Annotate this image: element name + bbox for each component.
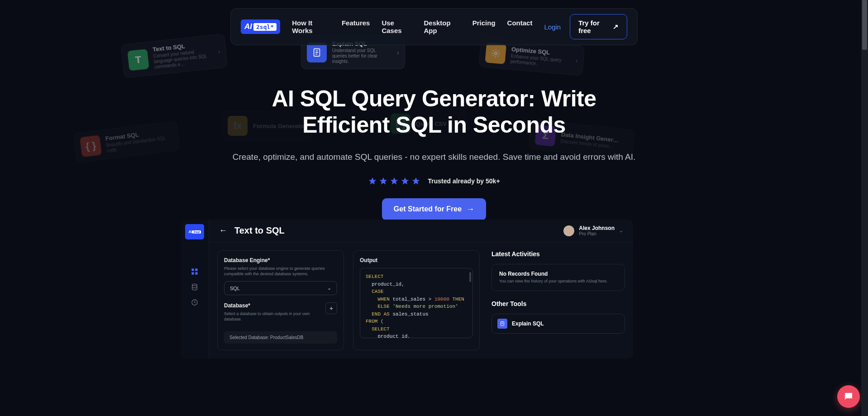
nav-features[interactable]: Features [342, 19, 370, 34]
nav-contact[interactable]: Contact [507, 19, 533, 34]
tool-label: Explain SQL [512, 320, 544, 327]
letter-t-icon: T [127, 49, 149, 71]
svg-rect-4 [191, 272, 194, 274]
panel-input: Database Engine* Please select your data… [217, 250, 344, 350]
panel-right: Latest Activities No Records Found You c… [489, 250, 625, 350]
selected-database: Selected Database: ProductSalesDB [224, 331, 337, 344]
document-icon [497, 319, 507, 329]
avatar [563, 225, 574, 236]
chevron-right-icon: › [218, 48, 220, 55]
hero-subtitle: Create, optimize, and automate SQL queri… [230, 151, 638, 164]
logo[interactable]: AI 2sql* [241, 19, 280, 34]
no-records-desc: You can view the history of your operati… [499, 279, 617, 284]
document-icon [307, 43, 327, 62]
scrollbar-thumb[interactable] [862, 0, 867, 50]
code-content: SELECT product_id, CASE WHEN total_sales… [366, 273, 467, 338]
user-menu[interactable]: Alex Johnson Pro Plan ⌄ [563, 225, 623, 236]
panel-output: Output SELECT product_id, CASE WHEN tota… [353, 250, 480, 350]
star-icon [368, 177, 377, 186]
get-started-button[interactable]: Get Started for Free [382, 198, 486, 220]
back-arrow-icon[interactable]: ← [219, 226, 227, 235]
navbar: AI 2sql* How It Works Features Use Cases… [230, 8, 638, 45]
scrollbar-thumb[interactable] [469, 272, 471, 282]
engine-value: SQL [230, 286, 240, 291]
chevron-right-icon: › [575, 57, 578, 64]
latest-activities-title: Latest Activities [491, 250, 625, 258]
nav-how-it-works[interactable]: How It Works [292, 19, 330, 34]
card-desc: Understand your SQL queries better for c… [332, 48, 391, 64]
card-text-to-sql[interactable]: T Text to SQL Convert your natural langu… [121, 33, 228, 78]
app-title: Text to SQL [234, 225, 285, 236]
nav-pricing[interactable]: Pricing [472, 19, 496, 34]
user-name: Alex Johnson [579, 225, 615, 231]
no-records-title: No Records Found [499, 271, 617, 277]
logo-ai: AI [244, 22, 252, 31]
page-scrollbar[interactable] [861, 0, 868, 416]
chat-icon [843, 391, 854, 402]
hero-title: AI SQL Query Generator: Write Efficient … [230, 86, 638, 138]
svg-rect-5 [195, 272, 197, 274]
arrow-up-right-icon [613, 23, 619, 31]
login-link[interactable]: Login [544, 23, 561, 31]
nav-links: How It Works Features Use Cases Desktop … [292, 19, 532, 34]
chevron-down-icon: ⌄ [327, 285, 331, 291]
nav-desktop-app[interactable]: Desktop App [424, 19, 460, 34]
trusted-text: Trusted already by 50k+ [428, 177, 500, 185]
app-header: ← Text to SQL Alex Johnson Pro Plan ⌄ [209, 220, 633, 242]
chevron-right-icon: › [397, 49, 399, 56]
tool-explain-sql[interactable]: Explain SQL [491, 314, 625, 334]
database-icon[interactable] [191, 283, 199, 291]
nav-right: Login Try for free [544, 14, 627, 39]
app-body: Database Engine* Please select your data… [209, 242, 633, 359]
app-sidebar: AI 2sql [181, 220, 209, 359]
app-logo[interactable]: AI 2sql [185, 224, 204, 239]
svg-rect-3 [195, 268, 197, 271]
star-icon [390, 177, 399, 186]
svg-rect-2 [191, 268, 194, 271]
engine-hint: Please select your database engine to ge… [224, 266, 337, 277]
no-records-box: No Records Found You can view the histor… [491, 264, 625, 291]
engine-select[interactable]: SQL ⌄ [224, 281, 337, 295]
output-label: Output [360, 257, 473, 263]
rating-row: Trusted already by 50k+ [230, 177, 638, 186]
chevron-down-icon: ⌄ [619, 228, 623, 234]
logo-sql: 2sql* [253, 23, 277, 31]
app-preview: AI 2sql ← Text to SQL Alex Johnson Pro P… [181, 220, 633, 359]
db-hint: Select a database to obtain outputs in y… [224, 311, 321, 322]
svg-point-6 [192, 284, 197, 286]
add-database-button[interactable]: + [325, 302, 337, 314]
try-for-free-button[interactable]: Try for free [570, 14, 627, 39]
card-format-sql[interactable]: { } Format SQL Beautify and standardize … [73, 120, 180, 163]
other-tools-title: Other Tools [491, 300, 625, 307]
try-label: Try for free [578, 19, 609, 34]
history-icon[interactable] [191, 298, 199, 306]
star-icon [411, 177, 420, 186]
chat-widget-button[interactable] [837, 385, 860, 408]
db-label: Database* [224, 302, 321, 309]
hero: AI SQL Query Generator: Write Efficient … [230, 86, 638, 220]
gear-icon [485, 43, 506, 64]
stars [368, 177, 420, 186]
engine-label: Database Engine* [224, 257, 337, 263]
arrow-right-icon [466, 205, 474, 214]
brackets-icon: { } [80, 135, 102, 157]
nav-use-cases[interactable]: Use Cases [382, 19, 412, 34]
output-code[interactable]: SELECT product_id, CASE WHEN total_sales… [360, 268, 473, 338]
svg-point-1 [494, 52, 497, 55]
user-plan: Pro Plan [579, 231, 615, 236]
star-icon [379, 177, 388, 186]
star-icon [401, 177, 410, 186]
app-main: ← Text to SQL Alex Johnson Pro Plan ⌄ Da… [209, 220, 633, 359]
grid-icon[interactable] [191, 268, 199, 276]
cta-label: Get Started for Free [394, 205, 462, 213]
